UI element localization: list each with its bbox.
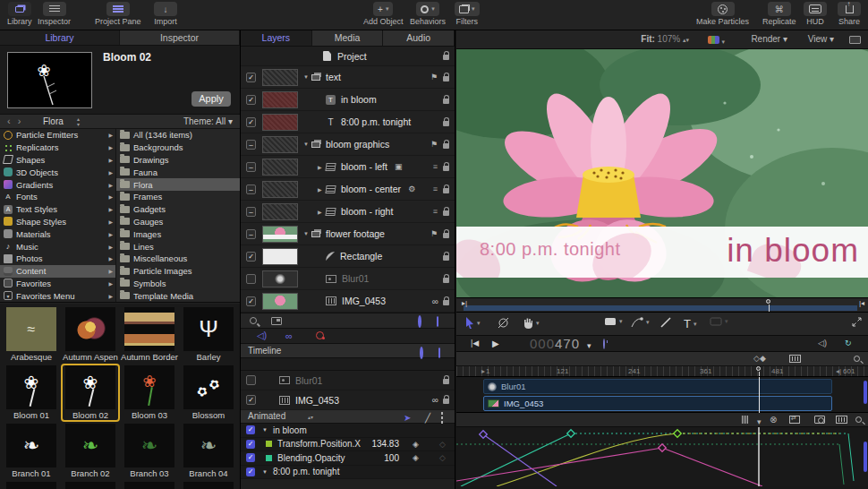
disclosure-triangle-icon[interactable]: ▼ (262, 469, 268, 475)
filmstrip-view-icon[interactable] (836, 416, 847, 425)
disclosure-triangle-icon[interactable] (303, 142, 311, 147)
range-end-marker[interactable]: |◂ (859, 299, 864, 307)
snapshot-camera-icon[interactable] (814, 416, 825, 425)
gradients[interactable]: Gradients ▶ (0, 178, 115, 191)
arabesque[interactable]: Arabesque (2, 305, 61, 364)
share-button[interactable]: Share (838, 2, 861, 26)
blur01[interactable]: Blur01 ∞ (241, 371, 455, 390)
scrubber-playhead[interactable] (766, 299, 770, 304)
inspector-button[interactable]: Inspector (38, 2, 71, 26)
frame-view-icon[interactable] (271, 317, 282, 325)
layer-checkbox[interactable] (246, 73, 256, 82)
lock-icon[interactable] (443, 166, 449, 171)
playhead-line[interactable] (759, 377, 760, 413)
layer-checkbox[interactable] (246, 252, 256, 262)
shape-styles[interactable]: Shape Styles ▶ (0, 216, 115, 228)
branch-02[interactable]: Branch 02 (61, 422, 120, 480)
add-object-button[interactable]: + ▾ Add Object (363, 2, 404, 26)
expand-view-button[interactable] (852, 317, 862, 327)
images[interactable]: Images (116, 227, 240, 240)
curve-editor-scrollbar[interactable] (864, 442, 867, 472)
pen-tool-icon[interactable]: ╱ (425, 412, 430, 425)
lock-icon[interactable] (443, 210, 449, 216)
disclosure-triangle-icon[interactable]: ▼ (262, 427, 268, 433)
fonts[interactable]: Fonts ▶ (0, 191, 115, 203)
flower-footage[interactable]: flower footage ▣ ⚙ ⚑ ≡ ∞ (241, 223, 455, 245)
symbols[interactable]: Symbols (116, 278, 240, 290)
lock-icon[interactable] (443, 121, 449, 126)
breadcrumb-location[interactable]: Flora (43, 116, 64, 126)
drawings[interactable]: Drawings (116, 154, 240, 167)
layer-checkbox[interactable] (246, 184, 256, 194)
parameter-checkbox[interactable] (246, 468, 255, 476)
behaviors-button[interactable]: ▾ Behaviors (410, 2, 446, 26)
all-1346-items-[interactable]: All (1346 items) (116, 129, 240, 142)
show-timeline-button[interactable] (791, 339, 795, 347)
lock-icon[interactable] (443, 55, 449, 60)
clear-curve-icon[interactable]: ⊗ (770, 415, 777, 425)
img-0453[interactable]: IMG_0453 ∞ (241, 390, 455, 410)
line-tool[interactable] (660, 317, 671, 328)
render-dropdown[interactable]: Render ▾ (751, 34, 787, 44)
project-pane-button[interactable]: Project Pane (95, 2, 141, 26)
blending-opacity[interactable]: ▼ Blending.Opacity 100 ◈ ◇ (241, 451, 455, 466)
layer-checkbox[interactable] (246, 162, 256, 172)
lock-icon[interactable] (443, 255, 449, 261)
3d-objects[interactable]: 3D Objects ▶ (0, 166, 115, 178)
animated-dropdown-bar[interactable]: Animated ▴▾ ➤ ╱ (241, 410, 455, 424)
breadcrumb-stepper-icon[interactable]: ▴▾ (77, 116, 80, 127)
timeline-behaviors-icon[interactable] (420, 347, 423, 360)
timeline-ruler[interactable]: ▸ 1 121 241 361 481 ◂| 601 (456, 366, 868, 377)
8-00-p-m-tonight[interactable]: 8:00 p.m. tonight ▣ ⚙ ⚑ ≡ ∞ (241, 111, 455, 133)
favorites-menu[interactable]: Favorites Menu ▶ (0, 289, 115, 302)
miscellaneous[interactable]: Miscellaneous (116, 253, 240, 265)
layers-tab[interactable]: Audio (383, 30, 455, 46)
go-to-start-button[interactable]: |◀ (471, 339, 479, 347)
track-bar-img-0453[interactable]: IMG_0453 (483, 396, 832, 411)
make-particles-button[interactable]: Make Particles (696, 2, 749, 26)
timeline-layer-checkbox[interactable] (246, 375, 256, 385)
audio-mute-icon[interactable]: ◁) (818, 339, 827, 347)
disclosure-triangle-icon[interactable] (303, 74, 311, 80)
transform-tool[interactable] (498, 317, 509, 329)
disclosure-triangle-icon[interactable] (303, 231, 311, 236)
in-bloom[interactable]: ▼ in bloom ◈ ◇ (241, 424, 455, 438)
apply-button[interactable]: Apply (191, 91, 231, 107)
add-keyframe-icon[interactable]: ◇ (439, 453, 446, 462)
replicate-button[interactable]: ⌘ Replicate (762, 2, 796, 26)
layer-checkbox[interactable] (246, 274, 256, 284)
layer-checkbox[interactable] (246, 207, 256, 217)
loop-playback-icon[interactable]: ↻ (845, 339, 852, 347)
bloom-01[interactable]: Bloom 01 (2, 364, 61, 422)
lock-icon[interactable] (443, 300, 449, 305)
lock-icon[interactable] (443, 379, 449, 384)
hand-tool[interactable]: ▾ (523, 317, 540, 329)
bezier-tool[interactable]: ▾ (631, 317, 650, 328)
materials[interactable]: Materials ▶ (0, 227, 115, 240)
lock-icon[interactable] (443, 143, 449, 149)
parameter-value[interactable]: 134.83 (371, 439, 399, 449)
keyframe-curve-editor[interactable] (456, 427, 868, 486)
track-bar-blur01[interactable]: Blur01 (483, 379, 832, 394)
timecode-display[interactable]: 000470 (530, 336, 580, 351)
keyframe-nav-icon[interactable]: ◈ (413, 440, 419, 449)
zoom-level-value[interactable]: 107% (658, 34, 681, 44)
branch-04[interactable]: Branch 04 (179, 422, 238, 480)
layer-checkbox[interactable] (246, 140, 256, 150)
text-tool[interactable]: T ▾ (684, 317, 696, 330)
bloom-center[interactable]: bloom - center ▣ ⚙ ⚑ ≡ ∞ (241, 178, 455, 201)
add-keyframe-icon[interactable]: ◇ (439, 440, 446, 449)
lock-icon[interactable] (443, 278, 449, 283)
music[interactable]: Music ▶ (0, 240, 115, 253)
bloom-03[interactable]: Bloom 03 (120, 364, 179, 422)
lock-icon[interactable] (443, 99, 449, 104)
grid-item[interactable] (2, 480, 61, 489)
canvas-viewport[interactable]: 8:00 p.m. tonight in bloom (456, 49, 868, 297)
shapes[interactable]: Shapes ▶ (0, 154, 115, 167)
zoom-tool-icon[interactable] (854, 355, 860, 364)
project-row[interactable]: Project (241, 47, 455, 66)
play-button[interactable]: ▶ (492, 339, 499, 348)
audio-link-icon[interactable]: ∞ (285, 330, 293, 341)
grid-item[interactable] (61, 480, 120, 489)
back-forward-arrows[interactable]: ‹› (7, 116, 28, 126)
